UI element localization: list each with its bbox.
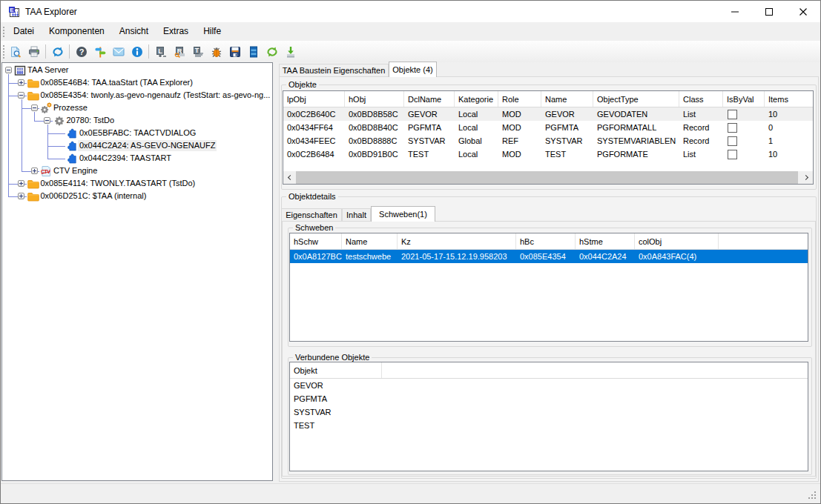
archive-button[interactable] [245,43,262,60]
table-row[interactable]: 0x0C2B640C0x0BD8B58CGEVORLocalMODGEVORGE… [283,107,813,121]
tree-item[interactable]: 0x085E46B4: TAA.taaStart (TAA Explorer) [2,76,272,89]
checkbox-unchecked-icon[interactable] [728,123,737,133]
checkbox-unchecked-icon[interactable] [728,136,737,146]
column-header-label: colObj [639,237,662,246]
cell-dclname: PGFMTA [404,121,455,134]
tree-item[interactable]: CTV CTV Engine [2,165,272,177]
resize-grip[interactable] [808,491,817,500]
table-row[interactable]: GEVOR [290,379,808,392]
table-row[interactable]: 0x0C2B64840x0BD91B0CTESTLocalMODTESTPGFO… [283,147,813,161]
checkbox-unchecked-icon[interactable] [728,150,737,159]
column-header-name[interactable]: Name [342,233,398,249]
menu-item-hilfe[interactable]: Hilfe [196,24,228,39]
column-header-isbyval[interactable]: IsByVal [723,91,765,107]
cell-text: MOD [502,110,521,119]
cell-objecttype: PGFORMATE [593,147,679,161]
puzzle-icon [66,127,78,139]
recycle-button[interactable] [263,43,280,60]
column-header-class[interactable]: Class [679,91,723,107]
report-tool-button[interactable]: R [171,43,188,60]
column-header-hobj[interactable]: hObj [345,91,404,107]
list-tool-icon: L [155,46,167,58]
close-button[interactable] [786,1,820,22]
column-header-objekt[interactable]: Objekt [290,362,382,378]
tree-item[interactable]: 0x006D251C: $TAA (internal) [2,190,272,202]
table-row[interactable]: 0x0434FF640x0BD8B40CPGFMTALocalMODPGFMTA… [283,121,813,134]
column-header-hschw[interactable]: hSchw [290,233,342,249]
tree-item[interactable]: TAA Server [2,64,272,76]
column-header-role[interactable]: Role [498,91,541,107]
column-header-dclname[interactable]: DclName [404,91,455,107]
inner-tab-1[interactable]: Eigenschaften [281,208,342,221]
tree-item[interactable]: Prozesse [2,102,272,114]
scroll-left-button[interactable] [283,171,296,184]
expand-toggle-icon[interactable] [18,180,24,187]
table-row[interactable]: 0x0434FEEC0x0BD8888CSYSTVARGlobalREFSYST… [283,134,813,147]
checkbox-unchecked-icon[interactable] [728,110,737,119]
cell-text: 1 [768,136,773,145]
menu-item-ansicht[interactable]: Ansicht [112,24,156,39]
window-buttons [718,1,820,22]
cell-text: MOD [502,150,521,159]
tree-item[interactable]: 20780: TstDo [2,114,272,127]
recycle-icon [266,46,278,58]
column-header-hbc[interactable]: hBc [516,233,576,249]
debug-bug-button[interactable] [208,43,225,60]
table-row[interactable]: TEST [290,419,808,432]
column-header-hstme[interactable]: hStme [576,233,635,249]
collapse-toggle-icon[interactable] [44,117,50,124]
cell-text: 0x0A843FAC(4) [639,252,696,261]
signpost-button[interactable] [91,43,108,60]
info-button[interactable] [128,43,145,60]
preview-document-button[interactable] [7,43,24,60]
column-header-kategorie[interactable]: Kategorie [455,91,498,107]
toolbar-grip-handle[interactable] [1,41,6,62]
column-header-items[interactable]: Items [765,91,814,107]
outer-tab-1[interactable]: TAA Baustein Eigenschaften [279,64,389,76]
print-icon [28,46,40,58]
menu-item-komponenten[interactable]: Komponenten [42,24,112,39]
minimize-button[interactable] [718,1,752,22]
scrollbar-track[interactable] [296,171,800,184]
expand-toggle-icon[interactable] [31,168,38,174]
column-header-colobj[interactable]: colObj [635,233,719,249]
tree-item[interactable]: 0x044C2394: TAASTART [2,152,272,165]
scrollbar-thumb[interactable] [296,171,798,184]
collapse-toggle-icon[interactable] [31,105,38,111]
save-button[interactable] [226,43,243,60]
column-header-lpobj[interactable]: lpObj [283,91,345,107]
cell-text: 0x0434FEEC [287,136,335,145]
column-header-label: hBc [520,237,534,246]
column-header-kz[interactable]: Kz [398,233,516,249]
help-button[interactable]: ? [73,43,90,60]
tree-item[interactable]: 0x044C2A24: AS-GEVO-NGENAUFZ [2,139,272,152]
table-row[interactable]: PGFMTA [290,392,808,405]
horizontal-scrollbar[interactable] [283,171,813,184]
inner-tab-3[interactable]: Schweben(1) [371,206,435,222]
menu-item-datei[interactable]: Datei [6,24,42,39]
menu-grip-handle[interactable] [1,22,6,41]
tree-item[interactable]: 0x085E4114: TWONLY.TAASTART (TstDo) [2,177,272,190]
maximize-button[interactable] [752,1,786,22]
refresh-connection-button[interactable] [49,43,66,60]
expand-toggle-icon[interactable] [18,79,24,86]
print-button[interactable] [25,43,42,60]
scroll-right-button[interactable] [800,171,813,184]
inner-tab-2[interactable]: Inhalt [342,208,371,221]
collapse-toggle-icon[interactable] [5,67,12,73]
column-header-name[interactable]: Name [541,91,593,107]
mail-button[interactable] [110,43,127,60]
tree-item[interactable]: 0x085E4354: twonly.as-gevo-ngenaufz (Tes… [2,89,272,102]
menu-item-extras[interactable]: Extras [156,24,196,39]
table-row[interactable]: 0x0A8127BCtestschwebe2021-05-17-15.12.19… [290,250,808,263]
list-tool-button[interactable]: L [152,43,169,60]
column-header-objecttype[interactable]: ObjectType [593,91,679,107]
import-button[interactable] [282,43,299,60]
expand-toggle-icon[interactable] [18,193,24,199]
tree-item[interactable]: 0x0E5BFABC: TAACTVDIALOG [2,127,272,139]
text-tool-button[interactable]: T [189,43,206,60]
table-row[interactable]: SYSTVAR [290,405,808,419]
column-header-label: Class [683,95,704,104]
collapse-toggle-icon[interactable] [18,92,24,99]
outer-tab-2[interactable]: Objekte (4) [389,62,437,77]
